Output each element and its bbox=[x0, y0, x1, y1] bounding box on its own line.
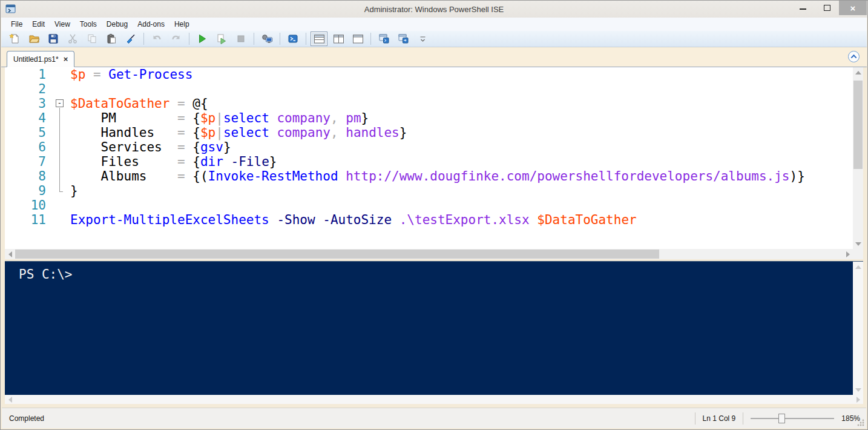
fold-gutter bbox=[46, 67, 70, 82]
scroll-up-arrow[interactable] bbox=[853, 262, 863, 272]
scroll-down-arrow[interactable] bbox=[853, 239, 863, 249]
collapse-script-pane-button[interactable] bbox=[848, 51, 860, 62]
open-script-icon bbox=[28, 33, 40, 44]
line-number: 8 bbox=[5, 169, 46, 184]
code-line: 10 bbox=[5, 198, 853, 213]
code-text: $p = Get-Process bbox=[70, 67, 192, 82]
script-editor-pane[interactable]: 1$p = Get-Process23-$DataToGather = @{4 … bbox=[5, 67, 863, 249]
run-selection-icon bbox=[216, 33, 227, 44]
line-number: 4 bbox=[5, 111, 46, 125]
fold-minus-icon[interactable]: - bbox=[56, 99, 64, 107]
menu-debug[interactable]: Debug bbox=[102, 18, 133, 30]
paste-icon bbox=[106, 33, 117, 44]
menu-edit[interactable]: Edit bbox=[27, 18, 50, 30]
editor-vertical-scrollbar[interactable] bbox=[853, 67, 863, 249]
editor-horizontal-scrollbar[interactable] bbox=[5, 249, 863, 259]
scroll-left-arrow[interactable] bbox=[5, 249, 15, 259]
save-script-button[interactable] bbox=[45, 31, 62, 46]
cut-icon bbox=[67, 33, 78, 44]
save-script-icon bbox=[48, 33, 59, 44]
close-button[interactable]: × bbox=[839, 1, 867, 15]
new-powershell-tab-button[interactable] bbox=[375, 31, 392, 46]
zoom-slider-thumb[interactable] bbox=[778, 414, 785, 423]
menu-addons[interactable]: Add-ons bbox=[133, 18, 169, 30]
toolbar-separator bbox=[280, 33, 280, 45]
editor-vscroll-thumb[interactable] bbox=[853, 81, 863, 169]
show-script-pane-maximized-button[interactable] bbox=[349, 31, 366, 46]
tab-label: Untitled1.ps1* bbox=[13, 55, 59, 64]
code-area[interactable]: 1$p = Get-Process23-$DataToGather = @{4 … bbox=[5, 67, 853, 249]
status-text: Completed bbox=[2, 414, 44, 423]
fold-gutter bbox=[46, 125, 70, 140]
status-bar: Completed Ln 1 Col 9 185% bbox=[2, 408, 866, 428]
console-prompt: PS C:\> bbox=[5, 262, 863, 282]
console-vertical-scrollbar[interactable] bbox=[853, 262, 863, 395]
menu-view[interactable]: View bbox=[50, 18, 75, 30]
menu-file[interactable]: File bbox=[6, 18, 27, 30]
clear-console-pane-button[interactable] bbox=[122, 31, 139, 46]
fold-gutter bbox=[46, 184, 70, 198]
scroll-down-arrow[interactable] bbox=[853, 385, 863, 395]
window-title: Administrator: Windows PowerShell ISE bbox=[1, 5, 867, 14]
undo-button[interactable] bbox=[148, 31, 165, 46]
fold-gutter bbox=[46, 198, 70, 213]
zoom-slider[interactable] bbox=[751, 413, 834, 424]
zoom-slider-track[interactable] bbox=[751, 418, 834, 419]
show-script-pane-top-button[interactable] bbox=[311, 31, 327, 46]
open-script-button[interactable] bbox=[25, 31, 42, 46]
line-number: 1 bbox=[5, 67, 46, 82]
fold-gutter bbox=[46, 213, 70, 227]
toolbar bbox=[1, 31, 867, 47]
toolbar-overflow-button[interactable] bbox=[414, 31, 431, 46]
powershell-ise-window: Administrator: Windows PowerShell ISE × … bbox=[0, 0, 868, 430]
scroll-up-arrow[interactable] bbox=[853, 67, 863, 78]
new-script-icon bbox=[9, 33, 20, 44]
show-script-pane-right-button[interactable] bbox=[330, 31, 347, 46]
code-text: $DataToGather = @{ bbox=[70, 96, 208, 111]
tab-close-icon[interactable]: × bbox=[64, 55, 68, 63]
line-number: 5 bbox=[5, 125, 46, 140]
minimize-icon bbox=[800, 8, 806, 10]
menu-help[interactable]: Help bbox=[169, 18, 194, 30]
redo-icon bbox=[171, 33, 182, 44]
new-script-button[interactable] bbox=[6, 31, 23, 46]
minimize-button[interactable] bbox=[791, 1, 815, 15]
copy-button[interactable] bbox=[84, 31, 100, 46]
tab-untitled1[interactable]: Untitled1.ps1* × bbox=[7, 51, 74, 67]
line-number: 2 bbox=[5, 82, 46, 96]
console-horizontal-scrollbar[interactable] bbox=[5, 395, 863, 404]
start-powershell-button[interactable] bbox=[284, 31, 301, 46]
toolbar-separator bbox=[143, 33, 144, 45]
new-remote-powershell-tab-button[interactable] bbox=[258, 31, 275, 46]
scroll-right-arrow[interactable] bbox=[843, 249, 853, 259]
statusbar-separator bbox=[695, 412, 695, 425]
code-line: 11Export-MultipleExcelSheets -Show -Auto… bbox=[5, 213, 853, 227]
close-powershell-tab-icon bbox=[398, 33, 409, 44]
title-bar[interactable]: Administrator: Windows PowerShell ISE × bbox=[1, 1, 867, 18]
close-powershell-tab-button[interactable] bbox=[395, 31, 412, 46]
run-script-button[interactable] bbox=[194, 31, 211, 46]
stop-operation-button[interactable] bbox=[232, 31, 249, 46]
code-text: Albums = {(Invoke-RestMethod http://www.… bbox=[70, 169, 805, 184]
cut-button[interactable] bbox=[64, 31, 81, 46]
clear-console-pane-icon bbox=[125, 33, 136, 44]
statusbar-separator bbox=[743, 412, 743, 425]
redo-button[interactable] bbox=[168, 31, 185, 46]
scroll-left-arrow[interactable] bbox=[5, 395, 15, 404]
run-selection-button[interactable] bbox=[213, 31, 230, 46]
editor-hscroll-thumb[interactable] bbox=[15, 250, 659, 259]
code-text: Services = {gsv} bbox=[70, 140, 231, 154]
resize-grip[interactable] bbox=[856, 418, 865, 427]
menu-tools[interactable]: Tools bbox=[75, 18, 102, 30]
paste-button[interactable] bbox=[103, 31, 120, 46]
scroll-right-arrow[interactable] bbox=[853, 395, 863, 404]
run-script-icon bbox=[197, 33, 208, 44]
start-powershell-icon bbox=[288, 33, 298, 44]
show-script-pane-right-icon bbox=[333, 34, 344, 44]
fold-collapse-control[interactable]: - bbox=[46, 96, 70, 111]
console-pane[interactable]: PS C:\> bbox=[5, 261, 863, 395]
code-text: Handles = {$p|select company, handles} bbox=[70, 125, 407, 140]
line-number: 6 bbox=[5, 140, 46, 154]
code-line: 4 PM = {$p|select company, pm} bbox=[5, 111, 853, 125]
maximize-button[interactable] bbox=[815, 1, 839, 15]
